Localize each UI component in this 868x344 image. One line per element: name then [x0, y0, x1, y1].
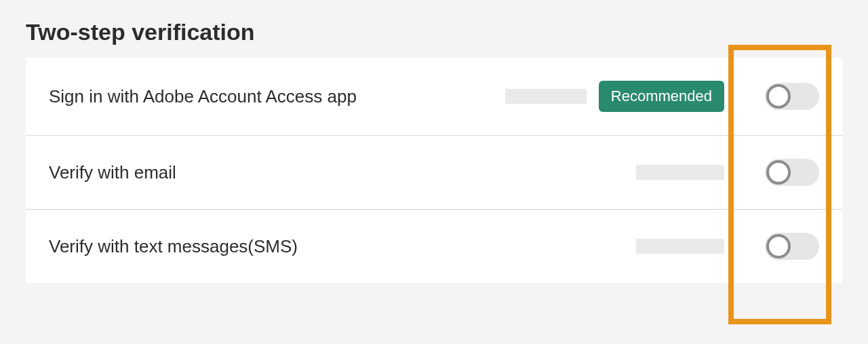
toggle-knob-icon [766, 234, 791, 259]
placeholder-bar [636, 165, 724, 180]
recommended-badge: Recommended [599, 81, 724, 112]
toggle-email[interactable] [765, 159, 819, 186]
option-label: Sign in with Adobe Account Access app [49, 86, 357, 107]
verification-options-list: Sign in with Adobe Account Access app Re… [26, 58, 842, 283]
placeholder-bar [505, 89, 587, 104]
option-row-adobe-app: Sign in with Adobe Account Access app Re… [26, 58, 842, 136]
toggle-knob-icon [766, 84, 791, 109]
option-row-sms: Verify with text messages(SMS) [26, 210, 842, 283]
option-row-email: Verify with email [26, 136, 842, 210]
placeholder-bar [636, 239, 724, 254]
toggle-adobe-app[interactable] [765, 83, 819, 110]
toggle-sms[interactable] [765, 233, 819, 260]
option-label: Verify with email [49, 162, 176, 183]
option-label: Verify with text messages(SMS) [49, 236, 298, 257]
toggle-knob-icon [766, 160, 791, 185]
section-title: Two-step verification [26, 19, 842, 45]
